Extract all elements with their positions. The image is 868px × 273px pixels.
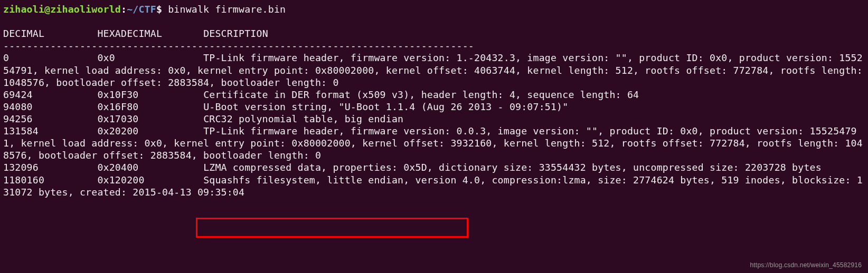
header-decimal: DECIMAL <box>3 28 44 39</box>
row6-hex: 0x120200 <box>97 174 144 186</box>
row5-dec: 132096 <box>3 162 39 173</box>
terminal-output[interactable]: zihaoli@zihaoliworld:~/CTF$ binwalk firm… <box>0 0 868 201</box>
prompt-path: ~/CTF <box>127 4 156 15</box>
command-text: binwalk firmware.bin <box>168 4 286 15</box>
row1-desc: Certificate in DER format (x509 v3), hea… <box>203 89 639 100</box>
row3-desc: CRC32 polynomial table, big endian <box>203 113 403 124</box>
watermark-text: https://blog.csdn.net/weixin_45582916 <box>750 261 862 269</box>
row3-dec: 94256 <box>3 113 33 124</box>
row4-hex: 0x20200 <box>97 125 138 136</box>
row5-desc: LZMA compressed data, properties: 0x5D, … <box>203 162 822 173</box>
row2-dec: 94080 <box>3 101 33 112</box>
row5-hex: 0x20400 <box>97 162 138 173</box>
row1-hex: 0x10F30 <box>97 89 138 100</box>
row6-dec: 1180160 <box>3 174 44 186</box>
prompt-colon: : <box>121 4 127 15</box>
row1-dec: 69424 <box>3 89 33 100</box>
row2-desc: U-Boot version string, "U-Boot 1.1.4 (Au… <box>203 101 568 112</box>
row0-dec: 0 <box>3 52 9 63</box>
prompt-dollar: $ <box>156 4 168 15</box>
header-hexadecimal: HEXADECIMAL <box>97 28 162 39</box>
prompt-userhost: zihaoli@zihaoliworld <box>3 4 121 15</box>
highlight-box <box>196 218 468 238</box>
header-description: DESCRIPTION <box>203 28 268 39</box>
divider-line: ----------------------------------------… <box>3 40 474 51</box>
row0-hex: 0x0 <box>97 52 115 63</box>
row2-hex: 0x16F80 <box>97 101 138 112</box>
row4-dec: 131584 <box>3 125 39 136</box>
row3-hex: 0x17030 <box>97 113 138 124</box>
